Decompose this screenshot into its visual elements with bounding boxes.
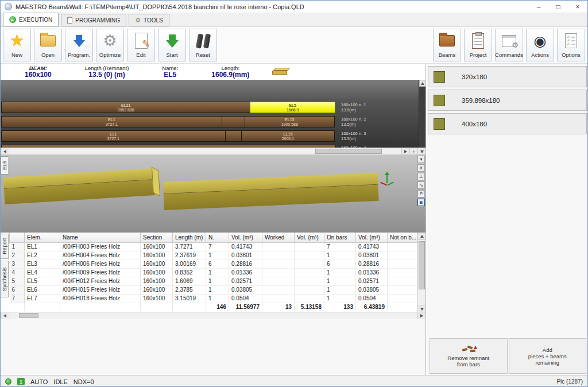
beams-button[interactable]: Beams — [433, 29, 461, 61]
beam-segment[interactable]: EL13727.1 — [1, 116, 222, 127]
beam-hscroll-thumb[interactable] — [315, 149, 382, 154]
commands-button[interactable]: ⚙ Commands — [495, 29, 523, 61]
open-button-label: Open — [41, 52, 55, 58]
beam-list-item[interactable]: 359.898x180 — [428, 90, 587, 111]
beam-3d-right[interactable] — [163, 173, 379, 210]
beam-bar[interactable]: EL213952.688EL51606.9 — [2, 102, 336, 113]
program-button[interactable]: Program. — [65, 29, 93, 61]
status-plc: Plc (1287) — [556, 378, 583, 385]
beam-bars: EL213952.688EL51606.9160x100 n. 113.5(m)… — [1, 80, 425, 148]
table-row[interactable]: 4EL4/00/FH009 Freies Holz160x1000.835210… — [10, 268, 417, 277]
table-row[interactable]: 1EL1/00/FH003 Freies Holz160x1003.727170… — [10, 242, 417, 251]
viewer-3d[interactable]: EL5 ▾X⊥↘PB — [1, 154, 425, 233]
view3d-button-iso-view[interactable]: ↘ — [417, 181, 425, 189]
column-header[interactable]: Worked — [262, 233, 295, 242]
table-row[interactable]: 7EL7/00/FH018 Freies Holz160x1003.150191… — [10, 294, 417, 303]
table-cell — [262, 285, 295, 294]
beam-bar[interactable]: EL13727.1EL152005.1 — [2, 130, 336, 142]
beam-segment-selected[interactable]: EL51606.9 — [250, 102, 335, 113]
beam-segment[interactable]: EL213952.688 — [1, 102, 250, 113]
tab-synthesis[interactable]: Synthesis — [1, 261, 9, 297]
table-vscrollbar[interactable] — [417, 233, 425, 312]
results-table-body: 1EL1/00/FH003 Freies Holz160x1003.727170… — [10, 242, 417, 311]
new-button[interactable]: ★ New — [3, 29, 31, 61]
edit-button[interactable]: ✎ Edit — [127, 29, 155, 61]
remove-remnant-button[interactable]: Remove remnant from bars — [430, 338, 508, 374]
beam-swatch-icon — [434, 71, 445, 83]
table-cell: 1 — [206, 268, 229, 277]
beam-list-item[interactable]: 400x180 — [428, 113, 587, 134]
column-header[interactable] — [10, 233, 25, 242]
table-cell: /00/FH006 Freies Holz — [60, 260, 141, 268]
beam-segment[interactable]: EL131900.588 — [245, 116, 335, 127]
beam-value: 160x100 — [25, 71, 52, 79]
tab-execution-label: EXECUTION — [19, 17, 52, 23]
close-button[interactable]: × — [568, 1, 587, 13]
view3d-button-perpendicular-view[interactable]: ⊥ — [417, 173, 425, 180]
view3d-button-plan-view[interactable]: P — [417, 190, 425, 198]
table-cell: EL6 — [25, 285, 60, 294]
empty-area — [1, 319, 425, 375]
options-button[interactable]: Options — [557, 29, 585, 61]
table-cell: 7 — [324, 242, 356, 251]
view3d-button-beam-view[interactable]: B — [417, 199, 425, 206]
column-header[interactable]: N. — [206, 233, 229, 242]
table-hscroll-thumb[interactable] — [19, 313, 38, 318]
table-hscrollbar[interactable] — [1, 312, 425, 319]
optimize-button[interactable]: ⚙ Optimize — [96, 29, 124, 61]
view3d-button-x-axis[interactable]: X — [417, 164, 425, 172]
viewer-tab-el5[interactable]: EL5 — [1, 156, 8, 175]
table-cell: 160x100 — [141, 251, 173, 260]
table-cell — [262, 268, 295, 277]
beam-segment[interactable] — [222, 116, 245, 127]
tab-tools[interactable]: ⚙ TOOLS — [129, 14, 169, 26]
table-row[interactable]: 5EL5/00/FH012 Freies Holz160x1001.606910… — [10, 277, 417, 285]
column-header[interactable]: Not on b... — [388, 233, 417, 242]
maximize-button[interactable]: □ — [548, 1, 568, 13]
tab-tools-label: TOOLS — [144, 17, 163, 24]
table-row[interactable]: 2EL2/00/FH004 Freies Holz160x1002.376191… — [10, 251, 417, 260]
axis-triad-icon — [380, 171, 394, 189]
table-row[interactable]: 6EL6/00/FH015 Freies Holz160x1002.378510… — [10, 285, 417, 294]
table-row[interactable]: 3EL3/00/FH006 Freies Holz160x1003.001696… — [10, 260, 417, 268]
beam-segment[interactable] — [225, 130, 242, 142]
beam-bar[interactable]: EL13727.1EL131900.588 — [2, 116, 336, 127]
view3d-button-dropdown[interactable]: ▾ — [417, 156, 425, 163]
reset-button[interactable]: Reset — [189, 29, 217, 61]
column-header[interactable]: Vol. (m³) — [229, 233, 262, 242]
table-hscroll-track[interactable] — [9, 312, 417, 319]
tab-report[interactable]: Report — [1, 234, 9, 259]
beam-segment[interactable]: EL13727.1 — [1, 130, 226, 142]
column-header[interactable]: Section — [141, 233, 173, 242]
table-cell: 0.0504 — [229, 294, 262, 303]
reset-button-label: Reset — [196, 52, 210, 58]
tab-execution[interactable]: ▶ EXECUTION — [3, 13, 59, 26]
table-vscroll-thumb[interactable] — [419, 241, 425, 289]
start-button[interactable]: Start — [158, 29, 186, 61]
scroll-up-icon[interactable] — [419, 80, 426, 87]
column-header[interactable]: Name — [60, 233, 141, 242]
table-cell: 6 — [10, 285, 25, 294]
actions-button[interactable]: ◉ Actions — [526, 29, 554, 61]
column-header[interactable]: Vol. (m³) — [295, 233, 324, 242]
add-pieces-button[interactable]: Add pieces + beams remaining — [509, 338, 587, 374]
programming-clipboard-icon — [67, 17, 72, 24]
project-button[interactable]: Project — [464, 29, 492, 61]
beam-hscroll-track[interactable] — [9, 148, 401, 154]
open-button[interactable]: Open — [34, 29, 62, 61]
column-header[interactable]: On bars — [324, 233, 356, 242]
beam-segment[interactable]: EL152005.1 — [241, 130, 335, 142]
beam-view-hscrollbar[interactable]: + — [1, 148, 425, 154]
beam-3d-left[interactable] — [3, 168, 155, 204]
tab-programming[interactable]: PROGRAMMING — [61, 14, 126, 26]
beam-view-vscrollbar[interactable] — [419, 80, 425, 148]
column-header[interactable]: Length (m) — [173, 233, 206, 242]
column-header[interactable]: Elem. — [25, 233, 60, 242]
column-header[interactable]: Vol. (m³) — [356, 233, 388, 242]
beam-list-item[interactable]: 320x180 — [428, 66, 587, 87]
segment-length: 3727.1 — [106, 122, 118, 126]
minimize-button[interactable]: – — [529, 1, 548, 13]
table-scroll-up-icon[interactable] — [418, 233, 426, 240]
table-cell: 1 — [324, 277, 356, 285]
table-cell: 0.28816 — [356, 260, 388, 268]
